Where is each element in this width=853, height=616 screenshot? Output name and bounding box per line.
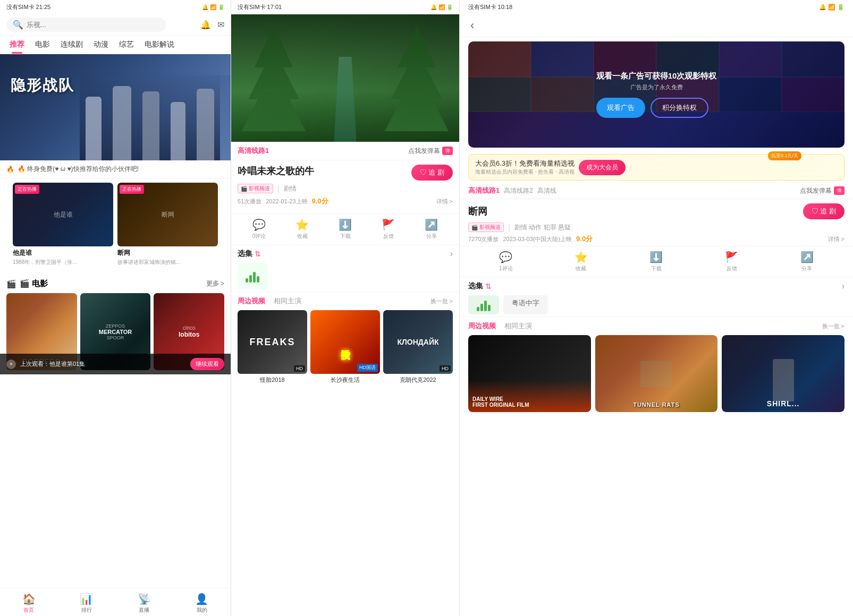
episode-btn[interactable] [238,263,267,289]
related-cards-2: FREAKS HD 怪胎2018 长沙夜生活 HD国语 长沙夜生活 [238,310,453,384]
action-favorite[interactable]: ⭐ 收藏 [281,218,324,240]
ad-subtitle: 广告是为了永久免费 [596,83,717,91]
ep-option-cantonese[interactable]: 粤语中字 [503,295,548,314]
p3-quality-btn-1[interactable]: 高清线路1 [468,186,500,195]
search-action-icons: 🔔 ✉ [200,20,224,30]
drama-card-2[interactable]: 断网 正在热播 断网 故事讲述郭富城饰演的稿... [117,183,218,266]
refresh-btn[interactable]: 换一批 > [430,297,453,305]
action-download[interactable]: ⬇️ 下载 [324,218,367,240]
quality-btn[interactable]: 高清线路1 [238,146,269,156]
related-img-changsha: 长沙夜生活 HD国语 [310,310,380,374]
nav-profile[interactable]: 👤 我的 [173,593,231,614]
p3-quality-bar: 高清线路1 高清线路2 高清线 点我发弹幕 弹 [460,183,853,199]
p3-action-share[interactable]: ↗️ 分享 [769,251,844,272]
p3-related-card-1[interactable]: DAILY WIREFIRST ORIGINAL FILM [468,335,591,412]
tab-movie[interactable]: 电影 [30,36,55,54]
action-comment[interactable]: 💬 0评论 [238,218,281,240]
p3-action-download[interactable]: ⬇️ 下载 [619,251,694,272]
nav-rank[interactable]: 📊 排行 [58,593,116,614]
related-tab-around[interactable]: 周边视频 [238,296,265,306]
p3-video-info: 断网 ♡ 追 剧 🎬 影视频道 | 剧情 动作 犯罪 悬疑 7270次播放 20… [460,199,853,246]
p3-follow-btn[interactable]: ♡ 追 剧 [803,203,844,219]
related-card-changsha[interactable]: 长沙夜生活 HD国语 长沙夜生活 [310,310,380,384]
drama-desc-2: 故事讲述郭富城饰演的稿... [117,259,218,266]
vip-content: 大会员6.3折！免费看海量精选视 海量精选会员内容免费看 · 抢先看 · 高清视 [475,159,575,176]
episode-section-2: 选集 ⇅ › [231,245,459,292]
comment-label: 0评论 [252,233,266,240]
ep-bar-p3-1 [477,307,479,311]
video-player[interactable] [231,14,459,142]
tab-drama[interactable]: 连续剧 [55,36,88,54]
bell-icon[interactable]: 🔔 [200,20,211,30]
tab-anime[interactable]: 动漫 [88,36,114,54]
p3-tag-icon: 🎬 [471,225,478,230]
drama-card-1[interactable]: 他是谁 正在热播 他是谁 1988年，刑警卫国平（张... [13,183,113,266]
episode-sort-icon[interactable]: ⇅ [255,250,261,258]
profile-icon: 👤 [195,593,208,605]
action-feedback[interactable]: 🚩 反馈 [367,218,410,240]
promo-text: 🔥 🔥 终身免费(♥ ω ♥)快推荐给你的小伙伴吧! [0,160,231,178]
related-title-3: 克朗代克2022 [383,376,453,384]
back-btn[interactable]: ‹ [468,19,476,32]
danmu-btn[interactable]: 点我发弹幕 弹 [408,147,453,156]
panel-home: 没有SIM卡 21:25 🔔 📶 🔋 🔍 🔔 ✉ 推荐 电影 连续剧 动漫 综艺… [0,0,231,616]
nav-tabs-1: 推荐 电影 连续剧 动漫 综艺 电影解说 [0,36,231,54]
score-badge: 9.0分 [312,196,328,206]
p3-quality-btn-2[interactable]: 高清线路2 [504,186,533,195]
comment-icon: 💬 [252,218,266,231]
p3-related-tab-cast[interactable]: 相同主演 [504,321,532,331]
p3-action-comment[interactable]: 💬 1评论 [468,251,544,272]
p3-quality-btn-3[interactable]: 高清线 [537,186,556,195]
danmu-label: 点我发弹幕 [408,147,440,156]
p3-action-feedback[interactable]: 🚩 反馈 [694,251,770,272]
search-input[interactable] [27,21,159,29]
p3-related-card-shirl[interactable]: SHIRL... [722,335,844,412]
p3-danmu-btn[interactable]: 点我发弹幕 弹 [800,186,844,195]
tab-analysis[interactable]: 电影解说 [139,36,180,54]
p3-refresh-btn[interactable]: 换一批 > [822,322,844,330]
action-share[interactable]: ↗️ 分享 [410,218,453,240]
search-input-container[interactable]: 🔍 [6,18,166,32]
video-meta: 🎬 影视频道 | 剧情 [238,184,453,193]
p3-episode-section: 选集 ⇅ › 粤语中字 [460,277,853,316]
ad-points-btn[interactable]: 积分换特权 [651,98,708,118]
follow-btn[interactable]: ♡ 追 剧 [411,165,453,181]
p3-related-tab-around[interactable]: 周边视频 [468,321,496,331]
detail-link[interactable]: 详情 > [436,198,453,206]
p3-score-badge: 9.0分 [576,234,593,244]
p3-video-meta: 🎬 影视频道 | 剧情 动作 犯罪 悬疑 [468,223,844,232]
movie-icon: 🎬 [6,279,16,289]
vip-btn[interactable]: 成为大会员 [579,160,626,175]
hd-badge-2: HD国语 [357,364,378,372]
genre-label: 剧情 [284,184,297,193]
resume-close-btn[interactable]: × [6,360,16,369]
p3-related-card-tunnel-rats[interactable]: TUNNEL RATS [595,335,718,412]
resume-continue-btn[interactable]: 继续观看 [190,358,224,370]
drama-title-1: 他是谁 [13,249,113,258]
tag-icon: 🎬 [241,186,247,192]
ep-option-bars[interactable] [468,295,499,314]
related-card-freaks[interactable]: FREAKS HD 怪胎2018 [238,310,307,384]
nav-live[interactable]: 📡 直播 [115,593,173,614]
related-card-klondike[interactable]: КЛОНДАЙК HD 克朗代克2022 [383,310,453,384]
nav-home[interactable]: 🏠 首页 [0,593,58,614]
resume-bar: × 上次观看：他是谁第01集 继续观看 [0,354,231,374]
share-label: 分享 [426,233,437,240]
related-tab-cast[interactable]: 相同主演 [274,296,301,306]
hero-banner[interactable]: 隐形战队 [0,54,231,160]
p3-related-tabs: 周边视频 相同主演 换一批 > [468,321,844,331]
more-link[interactable]: 更多 > [206,279,224,288]
tag-label: 影视频道 [249,185,270,192]
ad-watch-btn[interactable]: 观看广告 [596,98,645,118]
vip-price-tag: 低至0.1元/天 [768,151,801,160]
p3-action-favorite[interactable]: ⭐ 收藏 [544,251,619,272]
drama-badge-2: 正在热播 [120,185,144,194]
p3-detail-link[interactable]: 详情 > [828,235,844,243]
p3-episode-chevron[interactable]: › [842,281,844,291]
tab-variety[interactable]: 综艺 [114,36,139,54]
tab-recommend[interactable]: 推荐 [4,36,30,54]
episode-chevron[interactable]: › [450,249,453,259]
message-icon[interactable]: ✉ [217,20,224,30]
p3-episode-sort[interactable]: ⇅ [485,282,492,290]
p3-tag-label: 影视频道 [479,224,501,231]
